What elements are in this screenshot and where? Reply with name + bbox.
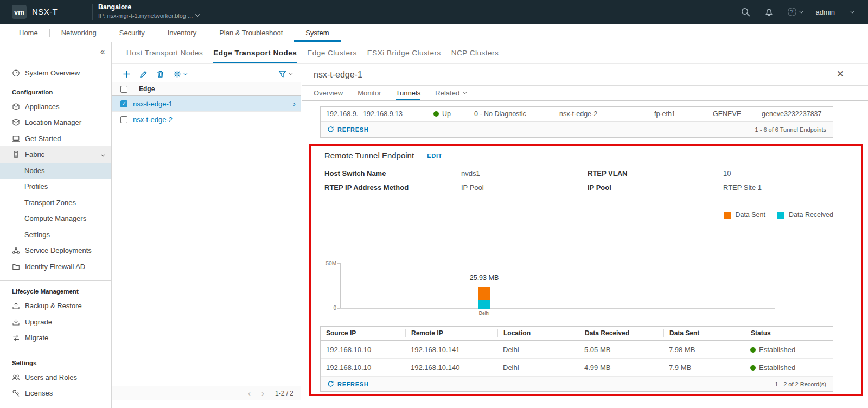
col-location: Location — [497, 329, 579, 337]
search-icon[interactable] — [741, 8, 750, 17]
edge-link[interactable]: nsx-t-edge-1 — [133, 100, 173, 108]
chevron-down-icon[interactable] — [195, 9, 199, 19]
traffic-bar-chart: 50M 0 25.93 MB Delhi — [320, 258, 808, 318]
sidebar-item-licenses[interactable]: Licenses — [0, 385, 111, 401]
legend-data-sent: Data Sent — [724, 211, 765, 219]
refresh-icon — [327, 380, 334, 387]
tab-edge-clusters[interactable]: Edge Clusters — [307, 42, 357, 63]
col-source-ip: Source IP — [321, 329, 405, 337]
tunnel-endpoints-table: 192.168.9.11 192.168.9.13 Up 0 - No Diag… — [320, 106, 833, 138]
sidebar-item-service-deployments[interactable]: Service Deployments — [0, 243, 111, 259]
sidebar-item-users-and-roles[interactable]: Users and Roles — [0, 369, 111, 386]
sidebar-item-nodes[interactable]: Nodes — [0, 163, 111, 179]
filter-icon — [278, 70, 286, 78]
add-button[interactable] — [121, 68, 132, 80]
sidebar-item-backup-restore[interactable]: Backup & Restore — [0, 298, 111, 314]
prev-page-icon[interactable]: ‹ — [248, 388, 251, 398]
nav-item-networking[interactable]: Networking — [50, 24, 108, 42]
rtep-fields: Host Switch Name nvds1 RTEP VLAN 10 RTEP… — [324, 169, 838, 192]
sidebar-item-profiles[interactable]: Profiles — [0, 178, 111, 195]
tab-esxi-bridge-clusters[interactable]: ESXi Bridge Clusters — [367, 42, 442, 63]
tunnel-encap: GENEVE — [707, 110, 756, 118]
edge-detail-panel: nsx-t-edge-1 ✕ Overview Monitor Tunnels … — [302, 64, 868, 408]
tunnel-table-footer: REFRESH 1 - 6 of 6 Tunnel Endpoints — [321, 122, 833, 137]
sidebar-item-fabric[interactable]: Fabric — [0, 146, 111, 163]
nav-item-plan-troubleshoot[interactable]: Plan & Troubleshoot — [208, 24, 294, 42]
tab-overview[interactable]: Overview — [314, 86, 343, 100]
topbar-divider — [92, 4, 93, 20]
nav-item-security[interactable]: Security — [108, 24, 156, 42]
edit-button[interactable]: EDIT — [427, 152, 442, 159]
field-label-rtep-vlan: RTEP VLAN — [588, 169, 723, 177]
sidebar-collapse-icon[interactable]: « — [100, 47, 105, 56]
data-sent-swatch — [724, 212, 731, 219]
col-status: Status — [745, 329, 833, 337]
status-established-icon — [750, 365, 756, 371]
refresh-button[interactable]: REFRESH — [327, 380, 368, 387]
sidebar-item-identity-firewall-ad[interactable]: Identity Firewall AD — [0, 259, 111, 275]
tab-monitor[interactable]: Monitor — [358, 86, 381, 100]
detail-title: nsx-t-edge-1 — [314, 70, 362, 80]
site-selector[interactable]: Bangalore IP: nsx-mgr-t-1.mynetworker.bl… — [98, 3, 193, 19]
tab-host-transport-nodes[interactable]: Host Transport Nodes — [126, 42, 203, 63]
tab-edge-transport-nodes[interactable]: Edge Transport Nodes — [213, 42, 297, 63]
network-icon — [12, 246, 20, 254]
col-data-sent: Data Sent — [663, 329, 745, 337]
help-menu[interactable]: ? — [788, 8, 802, 16]
sidebar-item-fabric-settings[interactable]: Settings — [0, 227, 111, 243]
edge-link[interactable]: nsx-t-edge-2 — [133, 116, 173, 124]
refresh-icon — [327, 126, 334, 133]
rtep-record-row: 192.168.10.10 192.168.10.140 Delhi 4.99 … — [321, 359, 833, 377]
sidebar-item-appliances[interactable]: Appliances — [0, 99, 111, 115]
edit-button[interactable] — [138, 68, 149, 80]
close-icon[interactable]: ✕ — [837, 69, 844, 79]
field-label-host-switch-name: Host Switch Name — [324, 169, 461, 177]
sidebar-item-migrate[interactable]: Migrate — [0, 330, 111, 346]
next-page-icon[interactable]: › — [261, 388, 264, 398]
refresh-button[interactable]: REFRESH — [327, 126, 368, 133]
tab-ncp-clusters[interactable]: NCP Clusters — [451, 42, 500, 63]
field-value-rtep-ip-address-method: IP Pool — [461, 183, 588, 192]
sidebar-item-system-overview[interactable]: System Overview — [0, 65, 111, 81]
pagination-range: 1-2 / 2 — [275, 390, 293, 397]
row-checkbox[interactable] — [120, 116, 127, 123]
row-checkbox[interactable] — [120, 100, 127, 107]
sidebar-item-upgrade[interactable]: Upgrade — [0, 314, 111, 330]
legend-data-received: Data Received — [777, 211, 833, 219]
x-axis-category-delhi: Delhi — [465, 310, 503, 316]
tab-related[interactable]: Related — [435, 86, 465, 100]
nav-item-home[interactable]: Home — [8, 24, 49, 42]
field-label-ip-pool: IP Pool — [588, 183, 723, 192]
users-icon — [12, 373, 20, 381]
sidebar-item-get-started[interactable]: Get Started — [0, 131, 111, 147]
sidebar-item-location-manager[interactable]: Location Manager — [0, 114, 111, 131]
chevron-right-icon: › — [293, 99, 301, 108]
chevron-down-icon — [799, 9, 803, 13]
detail-tabs: Overview Monitor Tunnels Related — [302, 86, 868, 101]
user-menu[interactable]: admin — [816, 8, 853, 16]
delete-button[interactable] — [155, 68, 166, 80]
nav-item-inventory[interactable]: Inventory — [156, 24, 208, 42]
edge-row-nsx-t-edge-2[interactable]: nsx-t-edge-2 — [112, 112, 301, 127]
bell-icon[interactable] — [764, 8, 774, 17]
help-icon: ? — [788, 8, 796, 16]
sidebar: « System Overview Configuration Applianc… — [0, 42, 112, 408]
tunnel-name: geneve3232237837 — [756, 110, 833, 118]
edge-list-panel: Edge nsx-t-edge-1 › nsx-t-edge-2 ‹ › 1-2… — [112, 64, 301, 408]
sidebar-section-lifecycle: Lifecycle Management — [0, 280, 111, 298]
bar-segment-data-received — [478, 300, 490, 309]
nav-item-system[interactable]: System — [294, 24, 340, 42]
list-toolbar — [112, 64, 301, 82]
sidebar-item-transport-zones[interactable]: Transport Zones — [0, 195, 111, 211]
select-all-checkbox[interactable] — [120, 86, 127, 93]
status-cell: Established — [745, 364, 833, 372]
settings-menu-button[interactable] — [171, 68, 188, 80]
tab-tunnels[interactable]: Tunnels — [396, 86, 421, 100]
sidebar-section-settings: Settings — [0, 352, 111, 369]
header-divider — [133, 86, 133, 93]
sidebar-item-compute-managers[interactable]: Compute Managers — [0, 211, 111, 227]
edge-row-nsx-t-edge-1[interactable]: nsx-t-edge-1 › — [112, 96, 301, 112]
filter-button[interactable] — [277, 68, 293, 80]
tunnel-endpoints-range: 1 - 6 of 6 Tunnel Endpoints — [755, 126, 826, 133]
chevron-down-icon — [183, 72, 187, 75]
